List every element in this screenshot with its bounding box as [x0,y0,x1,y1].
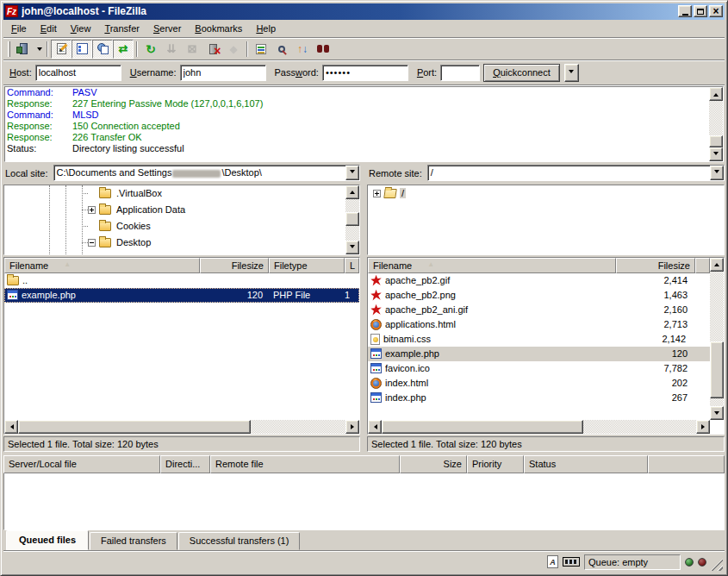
tree-item-cookies[interactable]: Cookies [4,218,359,235]
scroll-up-button[interactable] [709,87,723,101]
file-row[interactable]: index.html202 [368,376,710,391]
scrollbar-thumb[interactable] [382,420,583,434]
process-queue-button[interactable]: ⇊ [161,40,182,59]
queue-body[interactable] [3,473,725,530]
pane-splitter[interactable] [360,164,367,452]
expand-plus-icon[interactable] [88,206,96,214]
tab-queued-files[interactable]: Queued files [6,530,89,550]
scroll-up-button[interactable] [710,258,724,272]
tree-item-virtualbox[interactable]: .VirtualBox [4,185,359,202]
file-row-example-php[interactable]: example.php120 [368,347,710,361]
toggle-transfer-queue-button[interactable]: ⇄ [113,40,134,59]
column-header-last-modified[interactable]: L [345,258,359,273]
status-indicator-icon[interactable] [563,557,580,567]
tree-item-application-data[interactable]: Application Data [4,202,359,218]
scrollbar-track[interactable] [18,420,345,434]
scroll-right-button[interactable] [696,420,710,434]
menu-edit[interactable]: Edit [34,22,64,35]
toggle-message-log-button[interactable] [51,40,72,59]
minimize-button[interactable] [678,5,692,17]
file-row[interactable]: bitnami.css2,142 [368,332,710,347]
ascii-transfer-type-icon[interactable]: A [547,555,558,568]
menu-server[interactable]: Server [146,22,188,35]
column-header-filesize[interactable]: Filesize [200,258,269,273]
menu-file[interactable]: File [4,22,34,35]
toolbar-grip[interactable] [8,41,10,57]
reconnect-button[interactable]: ◆ [223,40,244,59]
log-scrollbar[interactable] [709,87,723,160]
toggle-local-tree-button[interactable] [72,40,92,59]
synchronized-browsing-button[interactable]: ↑↓ [292,40,313,59]
scrollbar-track[interactable] [345,199,359,241]
site-manager-dropdown[interactable] [34,40,44,59]
remote-path-combo[interactable]: / [427,165,725,181]
column-header-filetype[interactable]: Filetype [269,258,345,273]
quickconnect-button[interactable]: Quickconnect [483,64,560,82]
tree-item-root[interactable]: / [368,185,724,202]
scroll-down-button[interactable] [709,147,723,161]
expand-plus-icon[interactable] [373,190,381,197]
site-manager-button[interactable] [13,40,34,59]
column-header-filename[interactable]: Filename▲ [4,258,200,273]
directory-comparison-button[interactable] [271,40,292,59]
find-files-button[interactable] [313,40,333,59]
column-header-server-local-file[interactable]: Server/Local file [3,455,160,473]
collapse-minus-icon[interactable] [88,239,96,247]
column-header-direction[interactable]: Directi... [160,455,210,473]
column-header-priority[interactable]: Priority [467,455,524,473]
file-row[interactable]: index.php267 [368,391,710,405]
scrollbar-track[interactable] [382,420,696,434]
menu-help[interactable]: Help [249,22,283,35]
scrollbar-thumb[interactable] [710,341,724,398]
menu-bookmarks[interactable]: Bookmarks [188,22,249,35]
remote-list-scrollbar[interactable] [710,258,724,420]
local-path-combo[interactable]: C:\Documents and Settings\Desktop\ [53,165,360,181]
column-header-filename[interactable]: Filename▲ [368,258,616,273]
tab-successful-transfers[interactable]: Successful transfers (1) [178,532,301,550]
port-input[interactable] [440,65,480,81]
file-row-example-php[interactable]: example.php 120 PHP File 1 [4,288,359,303]
column-header-remote-file[interactable]: Remote file [210,455,400,473]
password-input[interactable] [322,65,408,81]
scrollbar-track[interactable] [710,272,724,406]
refresh-button[interactable]: ↻ [140,40,161,59]
scroll-left-button[interactable] [4,420,18,434]
scrollbar-thumb[interactable] [345,212,359,226]
close-button[interactable]: × [709,5,723,17]
file-row[interactable]: apache_pb2_ani.gif2,160 [368,303,710,317]
scroll-down-button[interactable] [710,406,724,420]
column-header-filesize[interactable]: Filesize [616,258,695,273]
menu-view[interactable]: View [64,22,98,35]
scroll-up-button[interactable] [345,185,359,199]
file-row[interactable]: favicon.ico7,782 [368,361,710,376]
maximize-button[interactable] [694,5,707,17]
toggle-remote-tree-button[interactable] [92,40,113,59]
column-header-size[interactable]: Size [400,455,467,473]
scrollbar-thumb[interactable] [709,135,723,147]
local-list-hscrollbar[interactable] [4,420,359,434]
tree-item-desktop[interactable]: Desktop [4,235,359,251]
scrollbar-thumb[interactable] [18,420,251,434]
remote-path-dropdown[interactable] [710,166,724,180]
column-header-status[interactable]: Status [524,455,648,473]
file-row[interactable]: apache_pb2.png1,463 [368,288,710,303]
file-row[interactable]: apache_pb2.gif2,414 [368,273,710,288]
file-row[interactable]: applications.html2,713 [368,317,710,332]
scroll-down-button[interactable] [345,241,359,254]
username-input[interactable] [180,65,266,81]
file-row-parent-dir[interactable]: .. [4,273,359,288]
scroll-right-button[interactable] [345,420,359,434]
scrollbar-track[interactable] [709,101,723,147]
menu-transfer[interactable]: Transfer [97,22,146,35]
quickconnect-dropdown[interactable] [564,64,579,82]
local-tree-scrollbar[interactable] [345,185,359,254]
host-input[interactable] [35,65,121,81]
filter-button[interactable] [251,40,271,59]
cancel-operation-button[interactable]: ⊠ [182,40,202,59]
tab-failed-transfers[interactable]: Failed transfers [90,532,177,550]
resize-grip[interactable] [711,559,723,571]
remote-list-hscrollbar[interactable] [368,420,710,434]
scroll-left-button[interactable] [368,420,382,434]
disconnect-button[interactable] [202,40,223,59]
local-path-dropdown[interactable] [345,166,359,180]
